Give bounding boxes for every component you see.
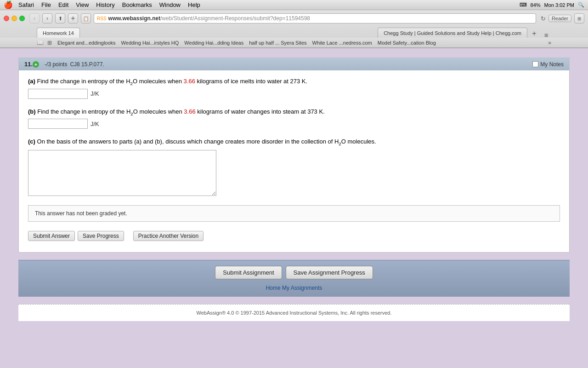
menu-history[interactable]: History bbox=[96, 1, 114, 8]
grading-note-text: This answer has not been graded yet. bbox=[35, 210, 127, 217]
question-11-header: 11. + -/3 points CJ8 15.P.077. My Notes bbox=[19, 58, 569, 70]
tab-homework14[interactable]: Homework 14 bbox=[37, 28, 80, 38]
part-b-text-end: kilograms of water changes into steam at… bbox=[196, 108, 325, 115]
home-link[interactable]: Home bbox=[266, 285, 281, 291]
practice-another-button[interactable]: Practice Another Version bbox=[133, 231, 204, 241]
part-b-text-after: O molecules when bbox=[133, 108, 184, 115]
my-assignments-link[interactable]: My Assignments bbox=[282, 285, 322, 291]
maximize-button[interactable] bbox=[19, 16, 25, 21]
bookmark-3[interactable]: half up half ... Syera Sites bbox=[249, 40, 306, 46]
notes-checkbox[interactable] bbox=[532, 61, 538, 67]
grading-note: This answer has not been graded yet. bbox=[28, 205, 560, 222]
part-c-text-main: On the basis of the answers to parts (a)… bbox=[37, 138, 339, 145]
url-path: /web/Student/Assignment-Responses/submit… bbox=[160, 15, 310, 22]
notes-label: My Notes bbox=[540, 61, 564, 68]
save-assignment-progress-button[interactable]: Save Assignment Progress bbox=[286, 266, 373, 279]
part-c-textarea[interactable] bbox=[28, 150, 216, 196]
footer-buttons: Submit Assignment Save Assignment Progre… bbox=[18, 266, 570, 279]
menu-help[interactable]: Help bbox=[188, 1, 200, 8]
bookmark-icons: 📖 ⊞ bbox=[37, 40, 52, 46]
menu-safari[interactable]: Safari bbox=[18, 1, 34, 8]
menu-edit[interactable]: Edit bbox=[58, 1, 68, 8]
traffic-lights bbox=[4, 16, 25, 21]
bookmark-1[interactable]: Wedding Hai...irstyles HQ bbox=[121, 40, 179, 46]
bookmarks-expand-icon[interactable]: » bbox=[548, 40, 551, 46]
bookmarks-list-icon[interactable]: 📖 bbox=[37, 40, 44, 46]
clock: Mon 3:02 PM bbox=[544, 2, 574, 8]
search-menubar-icon[interactable]: 🔍 bbox=[578, 2, 584, 8]
part-a-text: (a) Find the change in entropy of the H2… bbox=[28, 78, 560, 86]
url-base: www.webassign.net bbox=[108, 15, 161, 22]
part-b-text: (b) Find the change in entropy of the H2… bbox=[28, 108, 560, 116]
share-button[interactable]: ⬆ bbox=[55, 13, 65, 23]
bookmarks-grid-icon[interactable]: ⊞ bbox=[47, 40, 52, 46]
part-a-input-row: J/K bbox=[28, 89, 560, 99]
question-part-c: (c) On the basis of the answers to parts… bbox=[28, 138, 560, 196]
tab-label-0: Homework 14 bbox=[43, 30, 74, 36]
apple-menu[interactable]: 🍎 bbox=[4, 0, 13, 9]
back-button[interactable]: ‹ bbox=[29, 13, 40, 23]
content-area: 11. + -/3 points CJ8 15.P.077. My Notes … bbox=[0, 48, 588, 368]
part-b-input[interactable] bbox=[28, 119, 88, 129]
close-button[interactable] bbox=[4, 16, 9, 21]
question-11: 11. + -/3 points CJ8 15.P.077. My Notes … bbox=[18, 58, 570, 253]
bookmark-5[interactable]: Model Safety...cation Blog bbox=[378, 40, 436, 46]
add-tab-button[interactable]: + bbox=[527, 29, 541, 38]
bookmarks-bar: 📖 ⊞ Elegant and...eddinglooks Wedding Ha… bbox=[0, 38, 588, 48]
part-b-text-before: Find the change in entropy of the H bbox=[37, 108, 130, 115]
battery-indicator: 84% bbox=[531, 2, 541, 8]
menu-window[interactable]: Window bbox=[159, 1, 181, 8]
part-b-unit: J/K bbox=[90, 121, 99, 127]
copyright-text: WebAssign® 4.0 © 1997-2015 Advanced Inst… bbox=[196, 310, 391, 316]
browser-tabs: Homework 14 Chegg Study | Guided Solutio… bbox=[0, 27, 588, 38]
plus-icon[interactable]: + bbox=[33, 61, 39, 68]
part-c-label: (c) bbox=[28, 138, 35, 145]
menu-file[interactable]: File bbox=[41, 1, 51, 8]
part-a-label: (a) bbox=[28, 78, 35, 85]
browser-chrome: ‹ › ⬆ + 📋 RSS www.webassign.net /web/Stu… bbox=[0, 10, 588, 48]
footer-bar: Submit Assignment Save Assignment Progre… bbox=[18, 260, 570, 297]
question-code: CJ8 15.P.077. bbox=[70, 61, 104, 68]
submit-answer-button[interactable]: Submit Answer bbox=[28, 231, 75, 241]
part-b-input-row: J/K bbox=[28, 119, 560, 129]
question-meta: 11. + -/3 points CJ8 15.P.077. bbox=[24, 61, 104, 68]
reader-button[interactable]: Reader bbox=[548, 15, 571, 22]
minimize-button[interactable] bbox=[11, 16, 17, 21]
rss-icon: RSS bbox=[97, 16, 107, 21]
mac-menubar: 🍎 Safari File Edit View History Bookmark… bbox=[0, 0, 588, 10]
sidebar-toggle[interactable]: 📋 bbox=[81, 13, 91, 23]
forward-button[interactable]: › bbox=[42, 13, 52, 23]
downloads-button[interactable]: ⊞ bbox=[574, 13, 584, 23]
submit-assignment-button[interactable]: Submit Assignment bbox=[215, 266, 282, 279]
menu-bookmarks[interactable]: Bookmarks bbox=[122, 1, 152, 8]
tab-grid-button[interactable]: ⊞ bbox=[541, 33, 551, 38]
question-points: -/3 points bbox=[45, 61, 67, 68]
bookmark-4[interactable]: White Lace ...nedress.com bbox=[312, 40, 372, 46]
address-bar[interactable]: RSS www.webassign.net /web/Student/Assig… bbox=[94, 13, 536, 23]
part-a-unit: J/K bbox=[90, 90, 99, 97]
copyright-bar: WebAssign® 4.0 © 1997-2015 Advanced Inst… bbox=[18, 304, 570, 321]
question-number: 11. bbox=[24, 61, 33, 68]
menu-items: Safari File Edit View History Bookmarks … bbox=[18, 1, 584, 8]
part-b-value: 3.66 bbox=[184, 108, 195, 115]
reload-button[interactable]: ↻ bbox=[541, 15, 546, 22]
part-c-text-end: O molecules. bbox=[341, 138, 376, 145]
part-a-text-after: O molecules when bbox=[133, 78, 184, 85]
menu-view[interactable]: View bbox=[76, 1, 89, 8]
my-notes-button[interactable]: My Notes bbox=[532, 61, 564, 68]
bookmark-2[interactable]: Wedding Hai...dding Ideas bbox=[184, 40, 243, 46]
tab-label-1: Chegg Study | Guided Solutions and Study… bbox=[384, 30, 521, 36]
save-progress-button[interactable]: Save Progress bbox=[78, 231, 124, 241]
part-a-text-before: Find the change in entropy of the H bbox=[37, 78, 130, 85]
part-a-input[interactable] bbox=[28, 89, 88, 99]
footer-links: Home My Assignments bbox=[18, 285, 570, 291]
new-tab-button[interactable]: + bbox=[68, 13, 78, 23]
part-a-value: 3.66 bbox=[184, 78, 195, 85]
part-b-label: (b) bbox=[28, 108, 36, 115]
bookmark-0[interactable]: Elegant and...eddinglooks bbox=[57, 40, 116, 46]
part-c-text: (c) On the basis of the answers to parts… bbox=[28, 138, 560, 146]
question-part-a: (a) Find the change in entropy of the H2… bbox=[28, 78, 560, 99]
tab-chegg[interactable]: Chegg Study | Guided Solutions and Study… bbox=[378, 28, 527, 38]
browser-toolbar: ‹ › ⬆ + 📋 RSS www.webassign.net /web/Stu… bbox=[0, 10, 588, 27]
question-body: (a) Find the change in entropy of the H2… bbox=[19, 70, 569, 252]
